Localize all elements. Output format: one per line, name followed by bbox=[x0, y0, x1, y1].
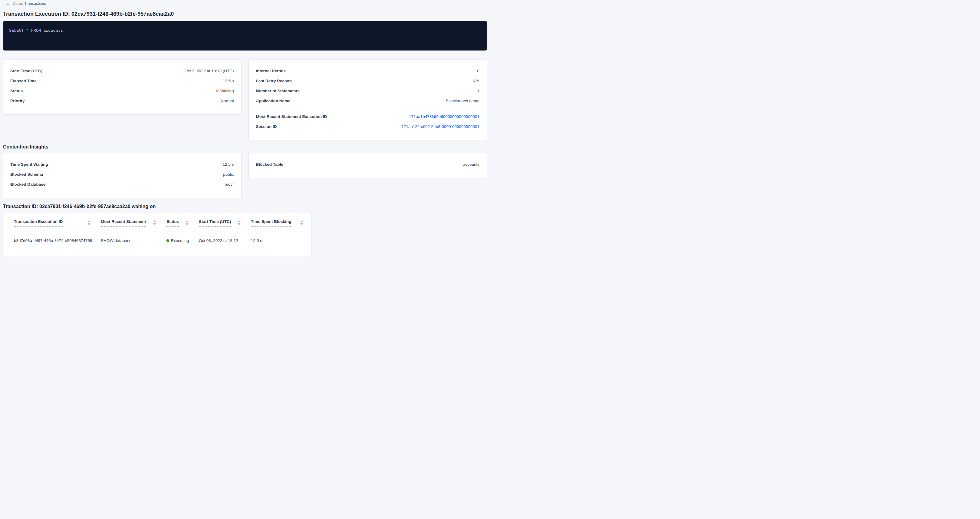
sort-icon[interactable] bbox=[300, 220, 303, 225]
sql-identifier: accounts bbox=[43, 29, 63, 33]
row-value: 1 bbox=[477, 89, 479, 93]
row-label: Elapsed Time bbox=[10, 79, 37, 83]
row-value: public bbox=[223, 172, 234, 177]
column-header-label[interactable]: Status bbox=[167, 219, 179, 227]
waiting-on-heading: Transaction ID: 02ca7931-f246-469b-b2fe-… bbox=[3, 204, 156, 209]
cell-start-time: Oct 03, 2022 at 18:12 bbox=[194, 238, 246, 243]
row-label: Time Spent Waiting bbox=[10, 162, 48, 167]
cell-time-spent-blocking: 12.5 s bbox=[246, 238, 305, 243]
column-header-label[interactable]: Most Recent Statement bbox=[101, 219, 146, 227]
row-label: Internal Retries bbox=[256, 69, 286, 73]
row-value: Oct 3, 2022 at 18:13 (UTC) bbox=[185, 69, 234, 73]
summary-row: Elapsed Time 12.5 s bbox=[10, 76, 234, 86]
column-header-most-recent-statement: Most Recent Statement bbox=[96, 214, 162, 231]
column-header-label[interactable]: Time Spent Blocking bbox=[251, 219, 291, 227]
status-value: Waiting bbox=[216, 89, 234, 93]
statement-execution-id-link[interactable]: 171aa1b478fdf0e80000000000000001 bbox=[409, 114, 479, 119]
transaction-summary-card: Start Time (UTC) Oct 3, 2022 at 18:13 (U… bbox=[3, 60, 242, 114]
back-link-active-transactions[interactable]: ← Active Transactions bbox=[6, 1, 46, 6]
arrow-left-icon: ← bbox=[6, 1, 10, 6]
session-id-link[interactable]: 171aa122-c092-54b8-0000-000000000001 bbox=[402, 124, 479, 129]
summary-row: Last Retry Reason N/A bbox=[256, 76, 480, 86]
summary-row: Number of Statements 1 bbox=[256, 86, 480, 96]
row-value: 0 bbox=[477, 69, 479, 73]
row-label: Blocked Database bbox=[10, 182, 45, 187]
sql-operator: * bbox=[26, 29, 29, 33]
summary-row: Blocked Database movr bbox=[10, 179, 234, 189]
column-header-label[interactable]: Start Time (UTC) bbox=[199, 219, 231, 227]
table-row-border bbox=[9, 250, 305, 250]
sort-icon[interactable] bbox=[186, 220, 189, 225]
row-label: Start Time (UTC) bbox=[10, 69, 42, 73]
back-link-label: Active Transactions bbox=[13, 2, 46, 6]
row-value: 12.5 s bbox=[223, 162, 234, 167]
row-label: Priority bbox=[10, 98, 24, 103]
cell-status: Executing bbox=[162, 238, 194, 243]
sql-statement-box: SELECT*FROMaccounts bbox=[3, 21, 487, 51]
row-label: Last Retry Reason bbox=[256, 79, 292, 83]
row-label: Number of Statements bbox=[256, 89, 300, 93]
page-title: Transaction Execution ID: 02ca7931-f246-… bbox=[3, 11, 174, 17]
summary-cards-row: Start Time (UTC) Oct 3, 2022 at 18:13 (U… bbox=[3, 60, 487, 140]
row-value: N/A bbox=[473, 79, 479, 83]
status-executing-dot-icon bbox=[167, 239, 169, 242]
sql-statement: SELECT*FROMaccounts bbox=[9, 29, 65, 33]
status-text: Waiting bbox=[220, 89, 234, 93]
row-label: Most Recent Statement Execution ID bbox=[256, 114, 327, 119]
card-divider bbox=[256, 109, 480, 109]
contention-insights-heading: Contention Insights bbox=[3, 144, 48, 150]
summary-row: Blocked Table accounts bbox=[256, 159, 480, 169]
summary-row: Priority Normal bbox=[10, 96, 234, 106]
contention-cards-row: Time Spent Waiting 12.5 s Blocked Schema… bbox=[3, 153, 487, 198]
execution-details-card: Internal Retries 0 Last Retry Reason N/A… bbox=[248, 60, 487, 140]
sort-icon[interactable] bbox=[238, 220, 240, 225]
row-value: Normal bbox=[221, 98, 234, 103]
row-label: Blocked Table bbox=[256, 162, 283, 167]
row-value: 12.5 s bbox=[223, 79, 234, 83]
column-header-time-spent-blocking: Time Spent Blocking bbox=[246, 214, 305, 231]
row-value: $ cockroach demo bbox=[446, 98, 479, 103]
summary-row: Blocked Schema public bbox=[10, 169, 234, 179]
row-value: movr bbox=[225, 182, 234, 187]
sql-keyword: FROM bbox=[31, 29, 41, 33]
sort-icon[interactable] bbox=[153, 220, 156, 225]
sql-keyword: SELECT bbox=[9, 29, 24, 33]
table-row[interactable]: b8d7d03a-d497-446b-8474-e50846674768 SHO… bbox=[3, 232, 311, 250]
summary-row: Internal Retries 0 bbox=[256, 66, 480, 76]
summary-row: Most Recent Statement Execution ID 171aa… bbox=[256, 112, 480, 122]
row-value: accounts bbox=[463, 162, 479, 167]
summary-row: Start Time (UTC) Oct 3, 2022 at 18:13 (U… bbox=[10, 66, 234, 76]
column-header-transaction-execution-id: Transaction Execution ID bbox=[9, 214, 96, 231]
row-label: Blocked Schema bbox=[10, 172, 43, 177]
contention-details-card: Time Spent Waiting 12.5 s Blocked Schema… bbox=[3, 153, 242, 198]
column-header-status: Status bbox=[162, 214, 194, 231]
status-waiting-dot-icon bbox=[216, 89, 218, 92]
cell-transaction-execution-id: b8d7d03a-d497-446b-8474-e50846674768 bbox=[9, 238, 96, 243]
summary-row: Time Spent Waiting 12.5 s bbox=[10, 159, 234, 169]
summary-row: Application Name $ cockroach demo bbox=[256, 96, 480, 106]
waiting-transactions-table: Transaction Execution ID Most Recent Sta… bbox=[3, 213, 312, 257]
status-text: Executing bbox=[171, 238, 189, 243]
row-label: Status bbox=[10, 89, 23, 93]
cell-most-recent-statement: SHOW database bbox=[96, 238, 162, 243]
row-label: Session ID bbox=[256, 124, 277, 129]
blocked-table-card: Blocked Table accounts bbox=[248, 153, 487, 178]
summary-row: Session ID 171aa122-c092-54b8-0000-00000… bbox=[256, 122, 480, 132]
column-header-label[interactable]: Transaction Execution ID bbox=[14, 219, 63, 227]
column-header-start-time: Start Time (UTC) bbox=[194, 214, 246, 231]
summary-row: Status Waiting bbox=[10, 86, 234, 96]
table-header-row: Transaction Execution ID Most Recent Sta… bbox=[3, 213, 311, 231]
row-label: Application Name bbox=[256, 98, 291, 103]
sort-icon[interactable] bbox=[88, 220, 91, 225]
